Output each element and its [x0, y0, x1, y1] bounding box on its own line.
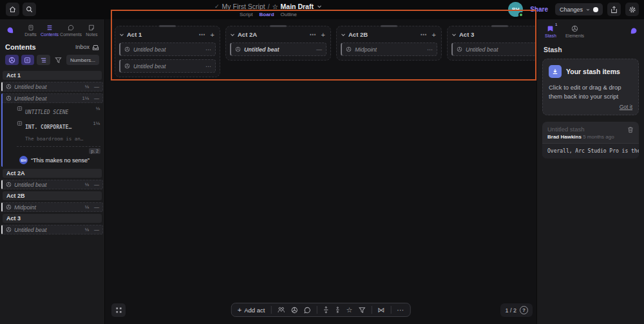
- beat-card[interactable]: Untitled beat ⋯: [119, 59, 216, 73]
- pin-sidebar-icon[interactable]: [629, 25, 638, 35]
- column-menu-button[interactable]: ⋯: [198, 31, 207, 38]
- stash-item-author: Brad Hawkins: [547, 134, 582, 140]
- scene-icon: [24, 57, 31, 64]
- changes-toggle[interactable]: Changes: [555, 3, 603, 15]
- changes-label: Changes: [560, 6, 583, 13]
- inbox-button[interactable]: Inbox: [75, 44, 99, 51]
- beat-card[interactable]: Untitled beat ⋯: [119, 43, 216, 56]
- export-button[interactable]: [607, 3, 621, 16]
- column-menu-button[interactable]: ⋯: [419, 31, 428, 38]
- help-button[interactable]: ?: [520, 306, 528, 314]
- tab-elements[interactable]: Elements: [565, 25, 584, 38]
- collapse-all-button[interactable]: [334, 306, 340, 314]
- beat-card-menu[interactable]: —: [316, 46, 322, 53]
- share-button[interactable]: Share: [527, 4, 551, 15]
- board-column-act2a[interactable]: Act 2A ⋯ + Untitled beat —: [225, 26, 331, 61]
- chevron-down-icon[interactable]: [451, 32, 457, 37]
- beats-filter-button[interactable]: [290, 307, 298, 314]
- sidebar-tab-drafts[interactable]: Drafts: [22, 24, 39, 37]
- column-title: Act 2B: [348, 31, 368, 38]
- beat-icon: [124, 46, 130, 52]
- beat-icon: [6, 95, 12, 101]
- settings-button[interactable]: [625, 3, 639, 16]
- filter-scenes-button[interactable]: [21, 55, 35, 65]
- outline-beat-row[interactable]: Untitled beat ⅛ —: [1, 225, 103, 234]
- beat-card[interactable]: Midpoint ⋯: [341, 43, 437, 56]
- chevron-down-icon[interactable]: [341, 32, 346, 37]
- stash-item-title: Untitled stash: [547, 126, 634, 133]
- comments-filter-button[interactable]: [303, 307, 310, 314]
- outline-scene-row[interactable]: INT. CORPORATE… The boardroom is an… 1⅛: [3, 118, 103, 144]
- document-title-bar[interactable]: ✓ My First Script / ☆ Main Draft: [214, 2, 322, 11]
- tab-outline[interactable]: Outline: [281, 12, 297, 17]
- numbers-dropdown[interactable]: Numbers...: [66, 55, 99, 65]
- user-avatar[interactable]: BH: [508, 2, 523, 17]
- toolbar-divider: [390, 306, 391, 314]
- column-title: Act 1: [127, 31, 142, 38]
- comment-avatar: BH: [19, 156, 28, 164]
- beat-card-title: Untitled beat: [466, 46, 540, 53]
- sidebar-tab-contents[interactable]: Contents: [41, 24, 59, 37]
- filter-button[interactable]: [53, 55, 64, 65]
- online-status-dot: [518, 12, 524, 17]
- column-drag-handle[interactable]: [159, 25, 176, 27]
- column-menu-button[interactable]: ⋯: [308, 31, 317, 38]
- expand-all-button[interactable]: [323, 306, 328, 314]
- outline-beat-row[interactable]: Untitled beat ⅛ —: [1, 82, 103, 91]
- beat-card[interactable]: Untitled beat —: [230, 43, 327, 56]
- collapse-dash-icon: —: [94, 182, 99, 187]
- star-filter-button[interactable]: ☆: [346, 306, 352, 314]
- list-icon: [40, 57, 47, 64]
- beat-icon: [6, 182, 12, 187]
- notes-icon: [88, 24, 95, 31]
- outline-act-header[interactable]: Act 2B: [3, 191, 102, 200]
- outline-act-header[interactable]: Act 3: [3, 214, 102, 223]
- trash-icon[interactable]: [627, 126, 634, 133]
- scene-description: The boardroom is an…: [25, 136, 83, 142]
- avatar-initials: BH: [512, 6, 520, 12]
- outline-beat-row[interactable]: Untitled beat 1⅛ —: [3, 93, 103, 103]
- column-drag-handle[interactable]: [381, 25, 397, 27]
- chevron-down-icon[interactable]: [230, 32, 235, 37]
- outline-beat-row[interactable]: Untitled beat ⅛ —: [1, 180, 103, 189]
- tab-script[interactable]: Script: [240, 12, 252, 17]
- column-add-button[interactable]: +: [320, 31, 327, 39]
- outline-scene-row[interactable]: UNTITLED SCENE ⅛: [3, 103, 103, 118]
- beat-card-menu[interactable]: ⋯: [205, 63, 211, 70]
- board-column-act1[interactable]: Act 1 ⋯ + Untitled beat ⋯ Untitled beat …: [115, 26, 220, 77]
- got-it-link[interactable]: Got it: [549, 104, 632, 110]
- sidebar-tab-notes[interactable]: Notes: [83, 24, 100, 37]
- add-act-button[interactable]: + Add act: [238, 306, 265, 314]
- outline-beat-row[interactable]: Midpoint ⅛ —: [1, 202, 103, 212]
- outline-act-header[interactable]: Act 2A: [3, 169, 102, 178]
- column-drag-handle[interactable]: [491, 25, 508, 27]
- outline-comment-row[interactable]: BH “This makes no sense”: [3, 154, 103, 167]
- tab-board[interactable]: Board: [259, 12, 274, 17]
- column-drag-handle[interactable]: [270, 25, 287, 27]
- board-column-act2b[interactable]: Act 2B ⋯ + Midpoint ⋯: [336, 26, 442, 61]
- beat-title: Untitled beat: [14, 84, 82, 90]
- chevron-down-icon[interactable]: [119, 32, 124, 37]
- characters-button[interactable]: [277, 307, 285, 313]
- fit-to-screen-button[interactable]: [111, 303, 126, 317]
- beat-card-menu[interactable]: ⋯: [205, 46, 211, 53]
- more-button[interactable]: ⋯: [397, 306, 404, 314]
- merge-button[interactable]: ⋈: [377, 306, 384, 314]
- comments-icon: [68, 24, 74, 31]
- pin-sidebar-icon[interactable]: [6, 24, 21, 35]
- sidebar-tab-comments[interactable]: Comments: [60, 24, 82, 37]
- stash-item[interactable]: Untitled stash Brad Hawkins 5 months ago…: [542, 122, 639, 158]
- list-view-button[interactable]: [37, 55, 50, 65]
- column-add-button[interactable]: +: [209, 31, 216, 39]
- beat-card[interactable]: Untitled beat: [451, 43, 548, 56]
- beat-card-menu[interactable]: ⋯: [427, 46, 433, 53]
- beat-icon: [8, 57, 15, 64]
- filter-button[interactable]: [358, 307, 365, 314]
- outline-act-header[interactable]: Act 1: [3, 71, 102, 80]
- tab-stash[interactable]: 1 Stash: [545, 25, 556, 38]
- stash-item-time: 5 months ago: [583, 134, 614, 140]
- column-add-button[interactable]: +: [431, 31, 437, 39]
- filter-beats-button[interactable]: [5, 55, 19, 65]
- scene-heading: UNTITLED SCENE: [25, 110, 68, 115]
- elements-tab-label: Elements: [565, 33, 584, 38]
